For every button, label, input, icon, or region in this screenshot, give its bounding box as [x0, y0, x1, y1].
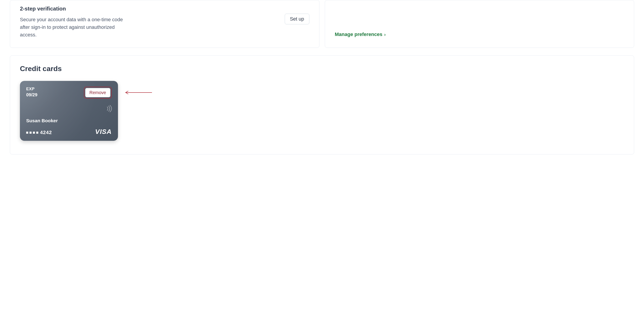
- two-step-description: Secure your account data with a one-time…: [20, 16, 127, 39]
- contactless-icon: [107, 105, 113, 113]
- preferences-panel: Manage preferences ›: [325, 0, 634, 48]
- card-number-masked: 4242: [26, 130, 52, 136]
- remove-button-highlight: Remove: [84, 87, 112, 99]
- setup-two-step-button[interactable]: Set up: [285, 14, 309, 24]
- card-expiry-value: 09/29: [26, 92, 38, 97]
- cardholder-name: Susan Booker: [26, 118, 58, 123]
- card-expiry: EXP 09/29: [26, 87, 38, 97]
- visa-logo-icon: VISA: [95, 128, 112, 136]
- manage-preferences-link[interactable]: Manage preferences ›: [335, 31, 386, 37]
- two-step-title: 2-step verification: [20, 5, 276, 12]
- manage-preferences-label: Manage preferences: [335, 31, 382, 37]
- credit-card: EXP 09/29 Remove Susan Booker 4242: [20, 81, 118, 141]
- card-last4: 4242: [40, 130, 52, 136]
- credit-cards-panel: Credit cards EXP 09/29 Remove Susan Bo: [10, 55, 634, 155]
- chevron-right-icon: ›: [384, 32, 386, 37]
- card-expiry-label: EXP: [26, 87, 38, 91]
- two-step-verification-panel: 2-step verification Secure your account …: [10, 0, 320, 48]
- remove-card-button[interactable]: Remove: [85, 88, 110, 97]
- credit-cards-title: Credit cards: [20, 65, 624, 73]
- mask-dots-icon: [26, 132, 38, 134]
- annotation-arrow-icon: [123, 90, 152, 95]
